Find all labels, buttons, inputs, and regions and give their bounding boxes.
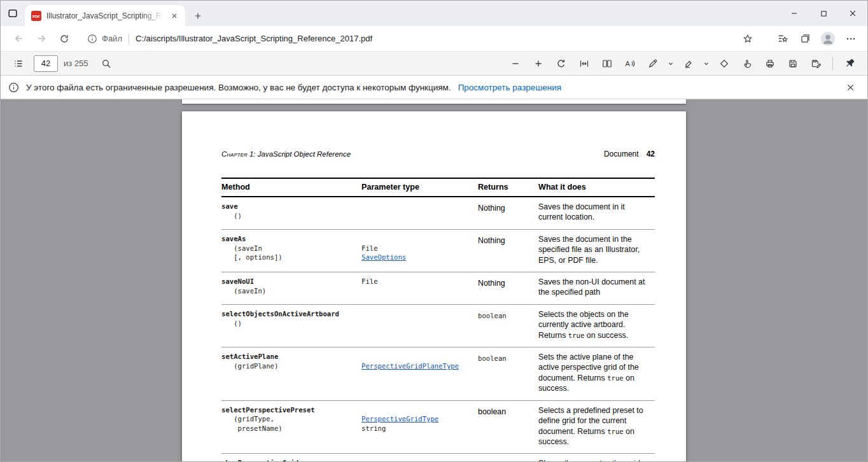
print-button[interactable] xyxy=(759,54,781,73)
inline-code: true xyxy=(607,428,624,435)
param-type-line xyxy=(361,405,473,415)
toc-icon xyxy=(13,59,24,69)
zoom-out-icon xyxy=(510,59,521,69)
description-text: on success. xyxy=(584,331,628,340)
returns-cell: Nothing xyxy=(478,202,538,223)
highlight-icon xyxy=(683,59,694,69)
zoom-in-icon xyxy=(533,59,543,69)
chapter-heading: Chapter 1: JavaScript Object Reference xyxy=(221,150,351,158)
draw-icon xyxy=(648,59,658,69)
save-icon xyxy=(788,59,798,69)
returns-value: boolean xyxy=(478,354,507,362)
erase-button[interactable] xyxy=(713,54,736,73)
pdf-viewer[interactable]: Chapter 1: JavaScript Object Reference D… xyxy=(1,99,867,461)
highlight-button[interactable] xyxy=(677,54,700,73)
pin-icon xyxy=(844,58,855,69)
refresh-button[interactable] xyxy=(53,28,76,50)
parameter-type-cell: FileSaveOptions xyxy=(361,234,478,265)
page-view-icon xyxy=(602,59,612,69)
draw-options-dropdown[interactable] xyxy=(664,54,677,73)
returns-value: boolean xyxy=(478,312,507,319)
inline-code: true xyxy=(568,332,585,339)
param-type-line: string xyxy=(361,424,473,433)
view-permissions-link[interactable]: Просмотреть разрешения xyxy=(458,83,561,92)
parameter-type-cell: PerspectiveGridPlaneType xyxy=(361,352,478,394)
zoom-out-button[interactable] xyxy=(504,54,527,73)
profile-button[interactable] xyxy=(816,28,839,50)
pdf-toolbar: из 255 xyxy=(1,52,867,76)
browser-tab[interactable]: PDF Illustrator_JavaScript_Scripting_R xyxy=(25,5,185,26)
infobar-close-button[interactable] xyxy=(841,78,860,97)
description-cell: Sets the active plane of the active pers… xyxy=(538,352,655,394)
collections-button[interactable] xyxy=(794,28,816,50)
permissions-message: У этого файла есть ограниченные разрешен… xyxy=(26,83,451,92)
method-name: selectPerspectivePreset xyxy=(221,405,356,415)
close-window-button[interactable] xyxy=(838,1,867,26)
description-cell: Saves the document in the specified file… xyxy=(538,234,655,265)
page-view-button[interactable] xyxy=(596,54,619,73)
table-row: showPerspectiveGrid ()booleanShows the c… xyxy=(221,454,655,461)
tab-overview-button[interactable] xyxy=(1,1,25,26)
doc-label: Document xyxy=(604,150,639,158)
favorites-button[interactable] xyxy=(771,28,794,50)
method-name: save xyxy=(221,202,356,211)
table-row: selectObjectsOnActiveArtboard ()booleanS… xyxy=(221,305,655,347)
tab-title: Illustrator_JavaScript_Scripting_R xyxy=(46,11,164,20)
table-row: setActivePlane (gridPlane) PerspectiveGr… xyxy=(221,347,655,401)
save-as-button[interactable] xyxy=(804,54,827,73)
param-type-line: SaveOptions xyxy=(361,253,473,262)
info-icon xyxy=(8,82,19,93)
column-header: What it does xyxy=(538,183,655,192)
read-aloud-button[interactable]: A xyxy=(619,54,641,73)
description-text: Saves the non-UI document at the specifi… xyxy=(538,277,645,297)
method-name: saveAs xyxy=(221,234,356,244)
method-cell: setActivePlane (gridPlane) xyxy=(221,352,361,394)
back-button[interactable] xyxy=(7,28,30,50)
doc-link[interactable]: PerspectiveGridType xyxy=(361,415,438,423)
table-row: saveAs (saveIn [, options]) FileSaveOpti… xyxy=(221,230,655,272)
pdf-file-icon: PDF xyxy=(31,11,41,21)
method-cell: save () xyxy=(221,202,361,223)
hand-icon xyxy=(742,59,752,69)
page-number-input[interactable] xyxy=(34,55,58,72)
column-header: Method xyxy=(221,183,361,192)
chevron-down-icon xyxy=(667,60,675,67)
browser-window: PDF Illustrator_JavaScript_Scripting_R xyxy=(0,0,868,462)
forward-button[interactable] xyxy=(30,28,53,50)
file-info-icon[interactable] xyxy=(87,34,97,44)
add-favorite-button[interactable] xyxy=(736,28,759,50)
new-tab-button[interactable] xyxy=(189,7,207,25)
returns-value: Nothing xyxy=(478,236,505,245)
parameter-type-cell: File xyxy=(361,277,478,298)
draw-button[interactable] xyxy=(641,54,664,73)
table-of-contents-button[interactable] xyxy=(7,54,30,73)
minimize-button[interactable] xyxy=(780,1,809,26)
profile-avatar xyxy=(820,31,836,46)
param-type-line: File xyxy=(361,277,473,286)
save-button[interactable] xyxy=(781,54,804,73)
tab-close-button[interactable] xyxy=(169,10,180,22)
doc-link[interactable]: PerspectiveGridPlaneType xyxy=(361,362,459,370)
svg-text:PDF: PDF xyxy=(32,15,40,18)
title-bar: PDF Illustrator_JavaScript_Scripting_R xyxy=(1,1,867,26)
maximize-button[interactable] xyxy=(809,1,838,26)
settings-menu-button[interactable] xyxy=(839,28,862,50)
pin-toolbar-button[interactable] xyxy=(838,54,861,73)
rotate-button[interactable] xyxy=(550,54,573,73)
doc-link[interactable]: SaveOptions xyxy=(361,253,406,261)
address-bar[interactable]: Файл C:/aiscripts/Illustrator_JavaScript… xyxy=(81,28,766,50)
tab-overview-icon xyxy=(8,8,18,18)
description-cell: Saves the document in it current locatio… xyxy=(538,202,655,223)
erase-icon xyxy=(719,59,729,69)
read-aloud-icon: A xyxy=(625,59,635,69)
fit-width-button[interactable] xyxy=(573,54,596,73)
zoom-in-button[interactable] xyxy=(527,54,550,73)
description-cell: Selects the objects on the currently act… xyxy=(538,309,655,340)
url-text: C:/aiscripts/Illustrator_JavaScript_Scri… xyxy=(136,34,372,43)
method-cell: showPerspectiveGrid () xyxy=(221,458,361,461)
table-row: saveNoUI (saveIn)FileNothingSaves the no… xyxy=(221,272,655,305)
hand-tool-button[interactable] xyxy=(736,54,759,73)
highlight-options-dropdown[interactable] xyxy=(700,54,713,73)
search-button[interactable] xyxy=(95,54,118,73)
method-table: save ()NothingSaves the document in it c… xyxy=(221,197,655,461)
